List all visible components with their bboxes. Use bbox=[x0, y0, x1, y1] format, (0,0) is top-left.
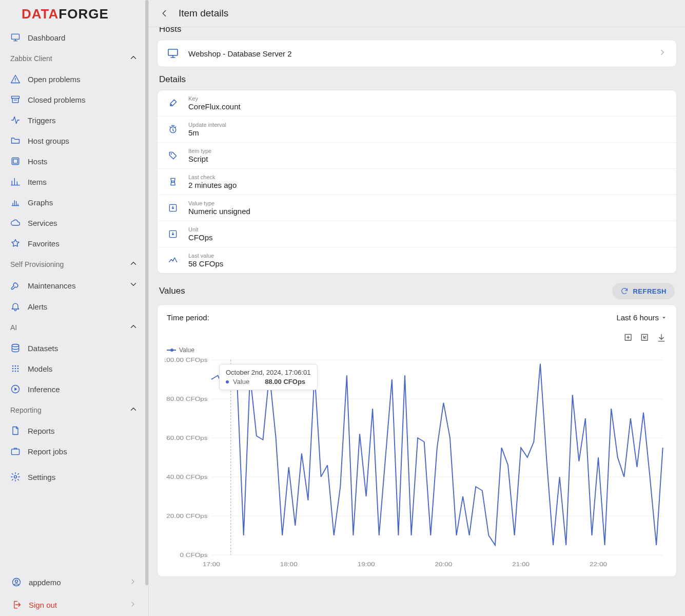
nav-datasets[interactable]: Datasets bbox=[0, 338, 148, 358]
detail-value: Script bbox=[188, 155, 211, 163]
nav-alerts[interactable]: Alerts bbox=[0, 296, 148, 317]
svg-point-16 bbox=[14, 476, 17, 478]
zoom-in-tool[interactable] bbox=[623, 332, 634, 343]
folder-icon bbox=[10, 136, 21, 146]
download-tool[interactable] bbox=[656, 332, 667, 343]
nav-label: Triggers bbox=[28, 116, 55, 125]
detail-icon bbox=[167, 254, 179, 266]
nav-label: Items bbox=[28, 178, 47, 186]
nav-reports[interactable]: Reports bbox=[0, 420, 148, 441]
nav-closed-problems[interactable]: Closed problems bbox=[0, 89, 148, 110]
svg-point-13 bbox=[17, 371, 19, 372]
zoom-reset-tool[interactable] bbox=[639, 332, 651, 343]
detail-icon bbox=[167, 149, 179, 162]
svg-point-7 bbox=[17, 365, 19, 367]
sidebar: DATAFORGE Dashboard Zabbix Client Open p… bbox=[0, 0, 149, 616]
svg-text:60.00 CFOps: 60.00 CFOps bbox=[166, 435, 207, 441]
svg-text:17:00: 17:00 bbox=[203, 561, 220, 567]
svg-point-22 bbox=[170, 153, 172, 155]
signout-icon bbox=[11, 600, 22, 610]
nav-label: Maintenances bbox=[28, 281, 75, 290]
nav-label: Graphs bbox=[28, 198, 53, 207]
refresh-button[interactable]: REFRESH bbox=[612, 283, 675, 299]
chart[interactable]: 0 CFOps20.00 CFOps40.00 CFOps60.00 CFOps… bbox=[158, 355, 676, 576]
period-selector[interactable]: Last 6 hours bbox=[616, 313, 667, 322]
nav-hosts[interactable]: Hosts bbox=[0, 151, 148, 171]
nav-favorites[interactable]: Favorites bbox=[0, 233, 148, 254]
svg-point-46 bbox=[228, 381, 233, 386]
detail-value: 58 CFOps bbox=[188, 259, 223, 268]
brand-logo: DATAFORGE bbox=[0, 0, 148, 27]
nav-models[interactable]: Models bbox=[0, 358, 148, 379]
section-ai[interactable]: AI bbox=[0, 317, 148, 338]
sidebar-scrollbar[interactable] bbox=[145, 0, 148, 585]
refresh-icon bbox=[620, 287, 629, 295]
detail-label: Last check bbox=[188, 174, 237, 180]
nav-label: Services bbox=[28, 219, 57, 227]
nav-settings[interactable]: Settings bbox=[0, 467, 148, 487]
svg-point-5 bbox=[12, 365, 14, 367]
grid-dots-icon bbox=[10, 363, 21, 374]
nav-maintenances[interactable]: Maintenances bbox=[0, 275, 148, 296]
section-zabbix[interactable]: Zabbix Client bbox=[0, 48, 148, 69]
detail-row: KeyCoreFlux.count bbox=[158, 90, 676, 116]
wrench-icon bbox=[10, 280, 21, 291]
user-label: appdemo bbox=[29, 578, 61, 587]
star-icon bbox=[10, 238, 21, 248]
nav-items[interactable]: Items bbox=[0, 171, 148, 192]
nav-inference[interactable]: Inference bbox=[0, 379, 148, 399]
values-title: Values bbox=[159, 286, 185, 296]
hosts-title: Hosts bbox=[159, 27, 675, 34]
detail-label: Value type bbox=[188, 200, 250, 206]
svg-point-10 bbox=[17, 368, 19, 370]
caret-down-icon bbox=[661, 315, 667, 321]
nav-host-groups[interactable]: Host groups bbox=[0, 130, 148, 151]
nav-user[interactable]: appdemo bbox=[0, 571, 148, 593]
nav-label: Open problems bbox=[28, 75, 81, 84]
svg-rect-19 bbox=[168, 49, 178, 55]
svg-text:19:00: 19:00 bbox=[358, 561, 375, 567]
details-card: KeyCoreFlux.countUpdate interval5mItem t… bbox=[157, 90, 677, 274]
legend-marker bbox=[167, 350, 176, 351]
detail-icon bbox=[167, 228, 179, 240]
detail-value: 2 minutes ago bbox=[188, 181, 237, 189]
host-row[interactable]: Webshop - Database Server 2 bbox=[158, 40, 676, 67]
section-self-provisioning[interactable]: Self Provisioning bbox=[0, 254, 148, 275]
alert-triangle-icon bbox=[10, 74, 21, 84]
detail-icon bbox=[167, 97, 179, 109]
nav-dashboard[interactable]: Dashboard bbox=[0, 27, 148, 48]
chevron-down-icon bbox=[129, 280, 138, 291]
svg-rect-0 bbox=[12, 34, 19, 39]
section-label: AI bbox=[10, 323, 17, 332]
svg-text:20:00: 20:00 bbox=[435, 561, 452, 567]
chevron-right-icon bbox=[129, 600, 137, 610]
svg-text:80.00 CFOps: 80.00 CFOps bbox=[166, 396, 207, 402]
content: Hosts Webshop - Database Server 2 Detail… bbox=[149, 27, 685, 616]
sidebar-footer: appdemo Sign out bbox=[0, 570, 148, 616]
svg-point-9 bbox=[15, 368, 16, 370]
nav-triggers[interactable]: Triggers bbox=[0, 110, 148, 130]
chart-icon bbox=[10, 197, 21, 207]
chevron-right-icon bbox=[129, 578, 137, 587]
detail-label: Unit bbox=[188, 226, 213, 233]
chart-legend: Value bbox=[158, 343, 676, 355]
back-button[interactable] bbox=[158, 7, 170, 20]
nav-label: Alerts bbox=[28, 302, 47, 311]
nav-services[interactable]: Services bbox=[0, 213, 148, 233]
bar-chart-icon bbox=[10, 177, 21, 187]
nav-graphs[interactable]: Graphs bbox=[0, 192, 148, 213]
nav-report-jobs[interactable]: Report jobs bbox=[0, 441, 148, 461]
bell-icon bbox=[10, 301, 21, 312]
nav-signout[interactable]: Sign out bbox=[0, 593, 148, 616]
svg-text:21:00: 21:00 bbox=[512, 561, 530, 567]
nav-open-problems[interactable]: Open problems bbox=[0, 69, 148, 89]
svg-rect-15 bbox=[12, 449, 19, 455]
section-reporting[interactable]: Reporting bbox=[0, 399, 148, 420]
svg-rect-3 bbox=[13, 159, 17, 163]
detail-label: Item type bbox=[188, 148, 211, 154]
nav-label: Models bbox=[28, 364, 52, 373]
section-label: Self Provisioning bbox=[10, 260, 64, 268]
gear-icon bbox=[10, 472, 21, 482]
chevron-up-icon bbox=[129, 322, 138, 333]
svg-text:100.00 CFOps: 100.00 CFOps bbox=[165, 357, 208, 363]
